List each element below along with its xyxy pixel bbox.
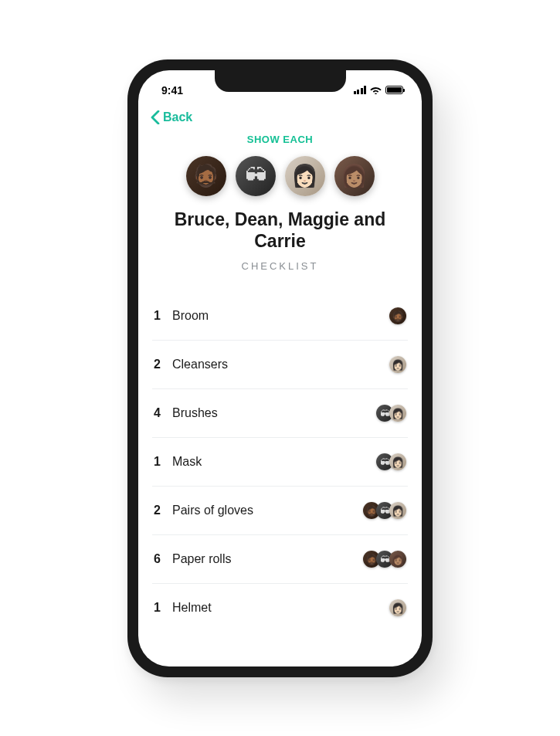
checklist-subtitle: CHECKLIST bbox=[152, 260, 408, 272]
avatar-sm-maggie: 👩🏻 bbox=[389, 599, 406, 616]
back-label: Back bbox=[163, 110, 192, 124]
item-owners: 🧔🏾 bbox=[389, 307, 406, 324]
item-name: Brushes bbox=[172, 406, 376, 420]
item-owners: 🧔🏾🕶👩🏽 bbox=[363, 551, 406, 568]
avatar-carrie[interactable]: 👩🏽 bbox=[334, 156, 375, 196]
status-time: 9:41 bbox=[157, 84, 183, 97]
item-name: Broom bbox=[172, 309, 389, 323]
show-each-toggle[interactable]: SHOW EACH bbox=[152, 134, 408, 145]
checklist-row[interactable]: 1Mask🕶👩🏻 bbox=[152, 438, 408, 487]
avatar-sm-maggie: 👩🏻 bbox=[389, 356, 406, 373]
avatar-bruce[interactable]: 🧔🏾 bbox=[186, 156, 226, 196]
content-area: SHOW EACH 🧔🏾🕶👩🏻👩🏽 Bruce, Dean, Maggie an… bbox=[138, 132, 422, 651]
item-owners: 👩🏻 bbox=[389, 356, 406, 373]
item-name: Cleansers bbox=[172, 358, 389, 371]
avatar-sm-carrie: 👩🏽 bbox=[389, 551, 406, 568]
item-quantity: 6 bbox=[154, 552, 172, 566]
checklist-row[interactable]: 2Cleansers👩🏻 bbox=[152, 341, 408, 389]
item-quantity: 4 bbox=[154, 406, 172, 420]
avatar-dean[interactable]: 🕶 bbox=[236, 156, 276, 196]
item-quantity: 1 bbox=[154, 455, 172, 469]
avatar-sm-maggie: 👩🏻 bbox=[389, 502, 406, 519]
item-owners: 🧔🏾🕶👩🏻 bbox=[363, 502, 406, 519]
item-quantity: 2 bbox=[154, 358, 172, 371]
checklist-row[interactable]: 1Helmet👩🏻 bbox=[152, 584, 408, 632]
item-owners: 👩🏻 bbox=[389, 599, 406, 616]
item-owners: 🕶👩🏻 bbox=[376, 405, 406, 422]
checklist-row[interactable]: 4Brushes🕶👩🏻 bbox=[152, 389, 408, 438]
item-quantity: 1 bbox=[154, 601, 172, 615]
checklist-row[interactable]: 6Paper rolls🧔🏾🕶👩🏽 bbox=[152, 535, 408, 584]
avatar-sm-maggie: 👩🏻 bbox=[389, 405, 406, 422]
device-notch bbox=[215, 70, 346, 92]
battery-icon bbox=[385, 86, 403, 94]
group-names-title: Bruce, Dean, Maggie and Carrie bbox=[152, 209, 408, 253]
avatar-row: 🧔🏾🕶👩🏻👩🏽 bbox=[152, 156, 408, 196]
avatar-maggie[interactable]: 👩🏻 bbox=[285, 156, 325, 196]
item-name: Helmet bbox=[172, 601, 389, 615]
item-name: Paper rolls bbox=[172, 552, 363, 566]
checklist-list: 1Broom🧔🏾2Cleansers👩🏻4Brushes🕶👩🏻1Mask🕶👩🏻2… bbox=[152, 292, 408, 632]
back-button[interactable]: Back bbox=[151, 110, 192, 124]
checklist-row[interactable]: 2Pairs of gloves🧔🏾🕶👩🏻 bbox=[152, 487, 408, 535]
checklist-row[interactable]: 1Broom🧔🏾 bbox=[152, 292, 408, 341]
item-quantity: 1 bbox=[154, 309, 172, 323]
cellular-signal-icon bbox=[354, 86, 367, 94]
status-indicators bbox=[354, 86, 404, 94]
phone-frame: 9:41 Back SHOW EACH 🧔🏾🕶👩🏻👩🏽 Bruce, Dean,… bbox=[127, 59, 433, 677]
chevron-left-icon bbox=[151, 110, 160, 124]
app-screen: 9:41 Back SHOW EACH 🧔🏾🕶👩🏻👩🏽 Bruce, Dean,… bbox=[138, 70, 422, 666]
item-name: Pairs of gloves bbox=[172, 504, 363, 517]
avatar-sm-maggie: 👩🏻 bbox=[389, 453, 406, 470]
item-owners: 🕶👩🏻 bbox=[376, 453, 406, 470]
item-name: Mask bbox=[172, 455, 376, 469]
avatar-sm-bruce: 🧔🏾 bbox=[389, 307, 406, 324]
item-quantity: 2 bbox=[154, 504, 172, 517]
nav-bar: Back bbox=[138, 104, 422, 132]
wifi-icon bbox=[370, 86, 382, 94]
